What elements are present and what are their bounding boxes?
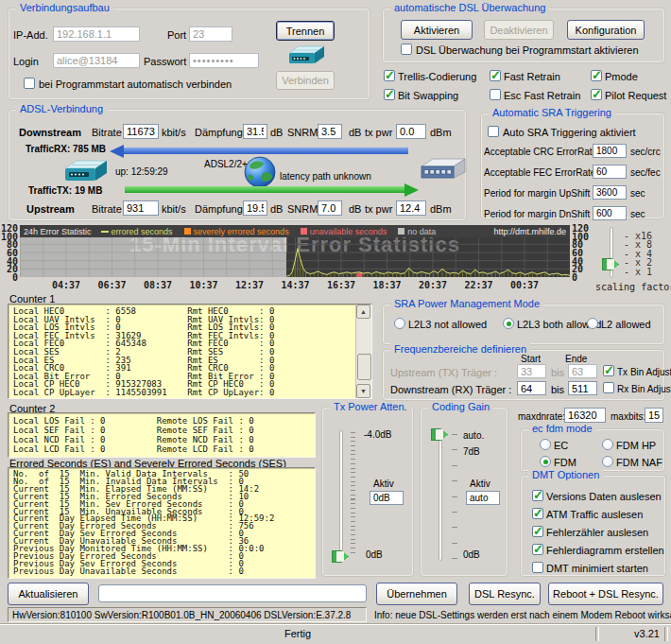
- fast-retrain-checkbox[interactable]: [490, 70, 501, 81]
- tx-bin-adjust-label: Tx Bin Adjust: [617, 367, 671, 377]
- auto-sra-checkbox[interactable]: [488, 126, 499, 137]
- x-tick-label: 20:37: [418, 280, 448, 290]
- port-input[interactable]: [189, 26, 232, 42]
- chart-x-axis: 04:3706:3708:3710:3712:3714:3716:3718:37…: [20, 280, 570, 291]
- maxdnrate-input[interactable]: [564, 408, 606, 423]
- es-ses-text: No. of 15 Min. Valid Data Intervals : 50…: [9, 468, 315, 576]
- scaling-slider-handle[interactable]: [602, 258, 619, 270]
- down-bitrate-input[interactable]: [123, 124, 159, 139]
- legend-label: unavailable seconds: [310, 227, 387, 236]
- tx-bin-adjust-checkbox[interactable]: [603, 365, 614, 376]
- acceptable-fec-errorrate-input[interactable]: [593, 165, 627, 179]
- monitoring-startup-label: DSL Überwachung bei Programmstart aktivi…: [416, 44, 639, 56]
- deactivate-button[interactable]: Deaktivieren: [484, 20, 554, 40]
- fdm-naf-radio[interactable]: [602, 456, 613, 467]
- legend-label: no data: [407, 227, 436, 236]
- coding-gain-slider-handle[interactable]: [431, 428, 448, 441]
- up-daempfung-input[interactable]: [243, 200, 267, 216]
- down-daempfung-input[interactable]: [243, 124, 267, 139]
- upstream-label: Upstream: [26, 203, 75, 215]
- latency-label: latency path unknown: [280, 171, 371, 182]
- scaling-factor-slider: - x16- x 8- x 4- x 2- x 1: [599, 225, 671, 280]
- up-txpwr-input[interactable]: [396, 200, 426, 216]
- pmode-checkbox[interactable]: [591, 70, 602, 81]
- rx-bin-adjust-checkbox[interactable]: [603, 382, 614, 393]
- scroll-up-button[interactable]: ▲: [356, 305, 370, 319]
- fehlerdiagramm-erstellen-checkbox[interactable]: [532, 544, 543, 555]
- acceptable-crc-errorrate-input[interactable]: [593, 144, 627, 158]
- l2l3-both-allowed-radio[interactable]: [503, 318, 514, 329]
- disconnect-button[interactable]: Trennen: [276, 21, 335, 41]
- coding-gain-slider-track[interactable]: [439, 430, 442, 561]
- group-frequenzbereiche: Frequenzbereiche definieren Start Ende U…: [382, 349, 665, 401]
- bis-label: bis: [551, 367, 564, 378]
- tx-atten-slider-track[interactable]: [339, 430, 343, 561]
- tx-atten-slider-handle[interactable]: [332, 550, 349, 563]
- versions-daten-auslesen-checkbox[interactable]: [532, 490, 543, 501]
- snrm-label: SNRM: [287, 127, 318, 138]
- counter1-box[interactable]: Local HEC0 : 6558 Rmt HEC0 : 0 Local UAV…: [8, 304, 372, 399]
- legend-swatch: [184, 228, 191, 235]
- up-snrm-input[interactable]: [318, 200, 342, 216]
- scale-tick-x-1: - x 1: [624, 267, 652, 277]
- bitrate-label: Bitrate: [92, 203, 122, 215]
- ec-label: EC: [554, 440, 568, 451]
- modem-icon: [286, 44, 326, 68]
- upstream-start-input[interactable]: [517, 364, 546, 378]
- dmt-minimiert-starten-checkbox[interactable]: [532, 562, 543, 573]
- down-txpwr-input[interactable]: [396, 124, 426, 139]
- reboot-resync-button[interactable]: Reboot + DSL Resync.: [548, 583, 663, 605]
- tx-atten-value-input[interactable]: [370, 491, 404, 505]
- chart-y-axis-right: 120100806040200: [572, 223, 593, 282]
- up-bitrate-input[interactable]: [123, 200, 159, 216]
- ip-input[interactable]: [53, 26, 140, 42]
- tx-atten-aktiv-label: Aktiv: [373, 479, 394, 489]
- y-tick-label: 0: [572, 272, 593, 283]
- kbit-unit: kbit/s: [162, 127, 186, 138]
- esc-fast-retrain-checkbox[interactable]: [490, 89, 501, 100]
- activate-button[interactable]: Aktivieren: [401, 20, 473, 40]
- apply-button[interactable]: Übernehmen: [376, 583, 457, 605]
- connect-button[interactable]: Verbinden: [276, 71, 335, 90]
- trellis-codierung-checkbox[interactable]: [384, 70, 395, 81]
- l2-allowed-radio[interactable]: [587, 318, 598, 329]
- atm-traffic-auslesen-checkbox[interactable]: [532, 508, 543, 519]
- coding-gain-value-input[interactable]: [466, 491, 500, 505]
- counter1-scrollbar[interactable]: ▲ ▼: [355, 305, 371, 398]
- downstream-start-input[interactable]: [517, 381, 546, 395]
- l2l3-not-allowed-radio[interactable]: [394, 318, 405, 329]
- daempfung-label: Dämpfung: [195, 203, 243, 215]
- fehlerz-hler-auslesen-checkbox[interactable]: [532, 526, 543, 537]
- counter2-box: Local LOS Fail : 0 Remote LOS Fail : 0 L…: [8, 412, 316, 458]
- period-for-margin-dnshift-input[interactable]: [593, 206, 627, 220]
- upstream-end-input[interactable]: [568, 364, 597, 378]
- group-title: Automatic SRA Triggering: [489, 107, 615, 119]
- scrollbar-thumb[interactable]: [357, 354, 371, 380]
- version-info-box: HwVersion:810100 SwVersion:R100B01.0B_HN…: [8, 607, 367, 622]
- fdm-naf-label: FDM NAF: [616, 457, 662, 468]
- coding-gain-top-label: auto.: [463, 430, 484, 441]
- db-unit: dB: [349, 127, 361, 138]
- scroll-down-button[interactable]: ▼: [356, 384, 370, 398]
- ende-column-label: Ende: [565, 354, 587, 364]
- ec-radio[interactable]: [540, 439, 551, 450]
- fdm-radio[interactable]: [540, 456, 551, 467]
- group-tx-power-atten: Tx Power Atten. -4.0dB Aktiv 0dB: [321, 407, 414, 577]
- fdm-hp-radio[interactable]: [602, 439, 613, 450]
- bit-swapping-checkbox[interactable]: [384, 89, 395, 100]
- dsl-resync-button[interactable]: DSL Resync.: [469, 583, 541, 605]
- upstream-traeger-label: Upstream (TX) Träger :: [390, 367, 497, 378]
- login-input[interactable]: [53, 53, 140, 68]
- password-input[interactable]: [189, 53, 259, 68]
- pilot-request-checkbox[interactable]: [591, 89, 602, 100]
- txpwr-label: tx pwr: [365, 203, 392, 215]
- down-snrm-input[interactable]: [318, 124, 342, 139]
- downstream-end-input[interactable]: [568, 381, 597, 395]
- autostart-checkbox[interactable]: [24, 78, 35, 89]
- maxbits-input[interactable]: [645, 408, 663, 423]
- monitoring-startup-checkbox[interactable]: [401, 44, 412, 55]
- refresh-button[interactable]: Aktualisieren: [8, 583, 89, 605]
- group-title: ec fdm mode: [528, 423, 596, 435]
- period-for-margin-upshift-input[interactable]: [593, 185, 627, 200]
- configuration-button[interactable]: Konfiguration: [567, 20, 645, 40]
